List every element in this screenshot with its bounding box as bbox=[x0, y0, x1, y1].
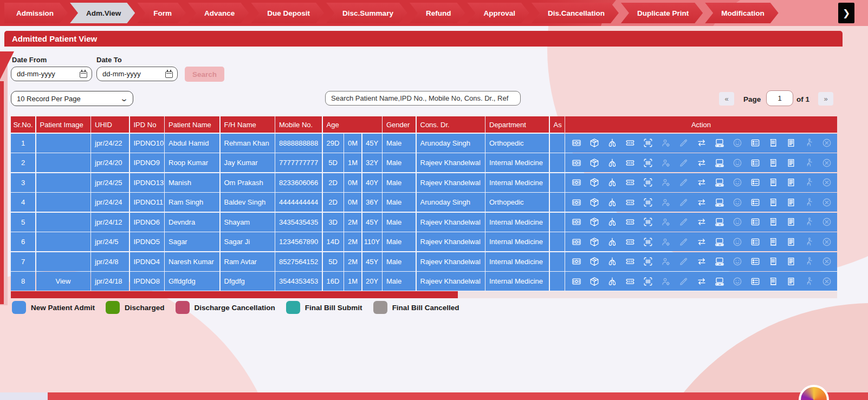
lungs-icon[interactable] bbox=[607, 198, 617, 207]
ticket-icon[interactable] bbox=[625, 237, 635, 247]
receipt-icon[interactable] bbox=[768, 277, 778, 286]
nav-tab-dis-cancellation[interactable]: Dis.Cancellation bbox=[532, 3, 619, 23]
checklist-icon[interactable] bbox=[750, 217, 760, 227]
patient-image-view-link[interactable]: View bbox=[36, 272, 90, 291]
receipt-icon[interactable] bbox=[768, 138, 778, 148]
horizontal-scrollbar-track[interactable] bbox=[11, 291, 837, 298]
package-icon[interactable] bbox=[590, 138, 599, 148]
bill-receipt-icon[interactable] bbox=[786, 277, 796, 286]
lungs-icon[interactable] bbox=[607, 178, 617, 187]
package-icon[interactable] bbox=[590, 158, 599, 168]
billing-computer-icon[interactable] bbox=[715, 158, 724, 168]
nav-tab-modification[interactable]: Modification bbox=[705, 3, 779, 23]
bill-receipt-icon[interactable] bbox=[786, 158, 796, 168]
bill-receipt-icon[interactable] bbox=[786, 217, 796, 227]
package-icon[interactable] bbox=[590, 257, 599, 266]
receipt-icon[interactable] bbox=[768, 257, 778, 266]
nav-tab-form[interactable]: Form bbox=[137, 3, 186, 23]
cash-icon[interactable] bbox=[572, 178, 581, 187]
date-from-input[interactable]: dd-mm-yyyy bbox=[11, 67, 92, 81]
date-to-input[interactable]: dd-mm-yyyy bbox=[96, 67, 178, 81]
transfer-icon[interactable] bbox=[697, 158, 707, 168]
lungs-icon[interactable] bbox=[607, 217, 617, 227]
transfer-icon[interactable] bbox=[697, 178, 707, 187]
package-icon[interactable] bbox=[590, 237, 599, 247]
records-per-page-select[interactable]: 10 Record Per Page ⌄ bbox=[11, 91, 133, 106]
lungs-icon[interactable] bbox=[607, 158, 617, 168]
barcode-scan-icon[interactable] bbox=[643, 217, 653, 227]
lungs-icon[interactable] bbox=[607, 257, 617, 266]
transfer-icon[interactable] bbox=[697, 277, 707, 286]
cash-icon[interactable] bbox=[572, 257, 581, 266]
nav-tab-admission[interactable]: Admission bbox=[4, 3, 68, 23]
receipt-icon[interactable] bbox=[768, 237, 778, 247]
nav-tab-refund[interactable]: Refund bbox=[410, 3, 465, 23]
barcode-scan-icon[interactable] bbox=[643, 178, 653, 187]
cash-icon[interactable] bbox=[572, 237, 581, 247]
transfer-icon[interactable] bbox=[697, 237, 707, 247]
nav-tab-disc-summary[interactable]: Disc.Summary bbox=[326, 3, 407, 23]
billing-computer-icon[interactable] bbox=[715, 237, 724, 247]
ticket-icon[interactable] bbox=[625, 217, 635, 227]
billing-computer-icon[interactable] bbox=[715, 138, 724, 148]
checklist-icon[interactable] bbox=[750, 138, 760, 148]
barcode-scan-icon[interactable] bbox=[643, 277, 653, 286]
checklist-icon[interactable] bbox=[750, 198, 760, 207]
cash-icon[interactable] bbox=[572, 217, 581, 227]
nav-tab-approval[interactable]: Approval bbox=[467, 3, 529, 23]
lungs-icon[interactable] bbox=[607, 138, 617, 148]
barcode-scan-icon[interactable] bbox=[643, 138, 653, 148]
barcode-scan-icon[interactable] bbox=[643, 158, 653, 168]
barcode-scan-icon[interactable] bbox=[643, 237, 653, 247]
calendar-icon[interactable] bbox=[165, 71, 173, 78]
calendar-icon[interactable] bbox=[80, 71, 87, 78]
package-icon[interactable] bbox=[590, 217, 599, 227]
receipt-icon[interactable] bbox=[768, 158, 778, 168]
ticket-icon[interactable] bbox=[625, 277, 635, 286]
checklist-icon[interactable] bbox=[750, 237, 760, 247]
horizontal-scrollbar-thumb[interactable] bbox=[11, 291, 458, 298]
bill-receipt-icon[interactable] bbox=[786, 138, 796, 148]
cash-icon[interactable] bbox=[572, 158, 581, 168]
transfer-icon[interactable] bbox=[697, 198, 707, 207]
checklist-icon[interactable] bbox=[750, 158, 760, 168]
package-icon[interactable] bbox=[590, 178, 599, 187]
pagination-prev-button[interactable]: « bbox=[719, 92, 734, 106]
receipt-icon[interactable] bbox=[768, 198, 778, 207]
checklist-icon[interactable] bbox=[750, 257, 760, 266]
barcode-scan-icon[interactable] bbox=[643, 198, 653, 207]
billing-computer-icon[interactable] bbox=[715, 257, 724, 266]
ticket-icon[interactable] bbox=[625, 138, 635, 148]
ticket-icon[interactable] bbox=[625, 257, 635, 266]
pagination-page-input[interactable] bbox=[766, 90, 793, 106]
receipt-icon[interactable] bbox=[768, 178, 778, 187]
transfer-icon[interactable] bbox=[697, 138, 707, 148]
checklist-icon[interactable] bbox=[750, 178, 760, 187]
lungs-icon[interactable] bbox=[607, 237, 617, 247]
ticket-icon[interactable] bbox=[625, 158, 635, 168]
billing-computer-icon[interactable] bbox=[715, 178, 724, 187]
nav-tab-due-deposit[interactable]: Due Deposit bbox=[251, 3, 324, 23]
patient-search-input[interactable]: Search Patient Name,IPD No., Mobile No, … bbox=[325, 91, 521, 106]
bill-receipt-icon[interactable] bbox=[786, 257, 796, 266]
barcode-scan-icon[interactable] bbox=[643, 257, 653, 266]
checklist-icon[interactable] bbox=[750, 277, 760, 286]
billing-computer-icon[interactable] bbox=[715, 277, 724, 286]
cash-icon[interactable] bbox=[572, 277, 581, 286]
cash-icon[interactable] bbox=[572, 138, 581, 148]
bill-receipt-icon[interactable] bbox=[786, 237, 796, 247]
nav-tab-duplicate-print[interactable]: Duplicate Print bbox=[621, 3, 703, 23]
billing-computer-icon[interactable] bbox=[715, 198, 724, 207]
billing-computer-icon[interactable] bbox=[715, 217, 724, 227]
bill-receipt-icon[interactable] bbox=[786, 198, 796, 207]
transfer-icon[interactable] bbox=[697, 257, 707, 266]
lungs-icon[interactable] bbox=[607, 277, 617, 286]
nav-tab-adm-view[interactable]: Adm.View bbox=[70, 3, 135, 23]
pagination-next-button[interactable]: » bbox=[818, 92, 833, 106]
nav-scroll-next-button[interactable]: ❯ bbox=[838, 3, 854, 23]
package-icon[interactable] bbox=[590, 277, 599, 286]
nav-tab-advance[interactable]: Advance bbox=[188, 3, 249, 23]
receipt-icon[interactable] bbox=[768, 217, 778, 227]
package-icon[interactable] bbox=[590, 198, 599, 207]
ticket-icon[interactable] bbox=[625, 178, 635, 187]
